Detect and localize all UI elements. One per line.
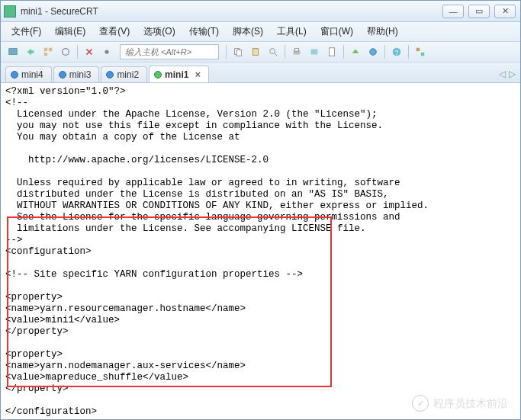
tile-icon[interactable] [413, 44, 428, 59]
minimize-button[interactable]: — [442, 5, 464, 18]
menu-view[interactable]: 查看(V) [93, 24, 136, 40]
window-controls: — ▭ ✕ [442, 5, 516, 18]
connect-icon[interactable] [5, 44, 21, 59]
menu-script[interactable]: 脚本(S) [227, 24, 269, 40]
app-icon [4, 5, 16, 18]
titlebar: mini1 - SecureCRT — ▭ ✕ [1, 1, 520, 22]
svg-rect-12 [294, 49, 298, 52]
log-icon[interactable] [324, 44, 339, 59]
status-dot-icon [106, 71, 114, 79]
svg-point-5 [105, 50, 108, 53]
toolbar: ? [1, 42, 520, 63]
tab-close-icon[interactable]: × [195, 69, 201, 80]
separator-icon [226, 45, 227, 59]
watermark: ✓ 程序员技术前沿 [412, 395, 508, 412]
svg-point-4 [63, 49, 69, 56]
globe-icon[interactable] [365, 44, 381, 59]
menu-tools[interactable]: 工具(L) [271, 24, 313, 40]
settings-icon[interactable] [99, 44, 114, 59]
svg-rect-3 [44, 53, 47, 56]
menu-options[interactable]: 选项(O) [137, 24, 181, 40]
menu-file[interactable]: 文件(F) [5, 24, 47, 40]
separator-icon [384, 45, 385, 59]
watermark-label: 程序员技术前沿 [433, 398, 508, 409]
status-dot-icon [59, 71, 66, 79]
separator-icon [408, 45, 409, 59]
tab-mini3[interactable]: mini3 [53, 66, 100, 82]
tab-mini4[interactable]: mini4 [5, 66, 52, 82]
paste-icon[interactable] [248, 44, 263, 59]
svg-line-10 [275, 53, 278, 56]
svg-rect-7 [236, 50, 241, 56]
svg-rect-18 [416, 48, 420, 51]
svg-rect-0 [9, 49, 18, 55]
tab-label: mini3 [69, 69, 92, 80]
host-input[interactable] [120, 44, 219, 59]
svg-rect-14 [330, 48, 335, 56]
separator-icon [343, 45, 344, 59]
close-button[interactable]: ✕ [494, 5, 516, 18]
print-icon[interactable] [289, 44, 304, 59]
svg-rect-13 [311, 50, 318, 55]
menu-window[interactable]: 窗口(W) [314, 24, 359, 40]
status-dot-icon [11, 71, 18, 79]
menu-edit[interactable]: 编辑(E) [49, 24, 92, 40]
separator-icon [285, 45, 285, 59]
find-icon[interactable] [265, 44, 281, 59]
tab-mini2[interactable]: mini2 [101, 66, 147, 82]
tilde-line: ~ [5, 418, 11, 419]
tab-label: mini4 [21, 69, 43, 80]
tabs-bar: mini4 mini3 mini2 mini1 × ◁ ▷ [1, 63, 520, 83]
svg-text:?: ? [395, 49, 399, 56]
maximize-button[interactable]: ▭ [468, 5, 490, 18]
transfer-icon[interactable] [348, 44, 363, 59]
svg-point-9 [270, 49, 275, 54]
tab-mini1[interactable]: mini1 × [149, 66, 209, 82]
quick-connect-icon[interactable] [23, 44, 38, 59]
tab-label: mini2 [117, 69, 139, 80]
svg-point-15 [370, 49, 377, 56]
menubar: 文件(F) 编辑(E) 查看(V) 选项(O) 传输(T) 脚本(S) 工具(L… [1, 22, 520, 42]
window-title: mini1 - SecureCRT [21, 6, 442, 17]
svg-rect-8 [253, 49, 259, 56]
app-window: mini1 - SecureCRT — ▭ ✕ 文件(F) 编辑(E) 查看(V… [0, 0, 521, 420]
copy-icon[interactable] [230, 44, 246, 59]
terminal-content[interactable]: <?xml version="1.0"?> <!-- Licensed unde… [1, 83, 520, 419]
terminal-lines: <?xml version="1.0"?> <!-- Licensed unde… [5, 86, 429, 417]
session-manager-icon[interactable] [40, 44, 56, 59]
reconnect-icon[interactable] [58, 44, 73, 59]
separator-icon [77, 45, 78, 59]
options-icon[interactable] [307, 44, 322, 59]
tab-prev-icon[interactable]: ◁ [499, 69, 506, 79]
tab-nav: ◁ ▷ [499, 69, 516, 82]
svg-rect-1 [44, 48, 47, 51]
wechat-icon: ✓ [412, 395, 429, 412]
tab-next-icon[interactable]: ▷ [509, 69, 516, 79]
help-icon[interactable]: ? [389, 44, 404, 59]
menu-transfer[interactable]: 传输(T) [183, 24, 225, 40]
status-dot-icon [154, 71, 162, 79]
tab-label: mini1 [165, 69, 188, 80]
menu-help[interactable]: 帮助(H) [361, 24, 404, 40]
svg-rect-19 [421, 53, 424, 56]
svg-rect-2 [49, 48, 52, 51]
disconnect-icon[interactable] [82, 44, 97, 59]
